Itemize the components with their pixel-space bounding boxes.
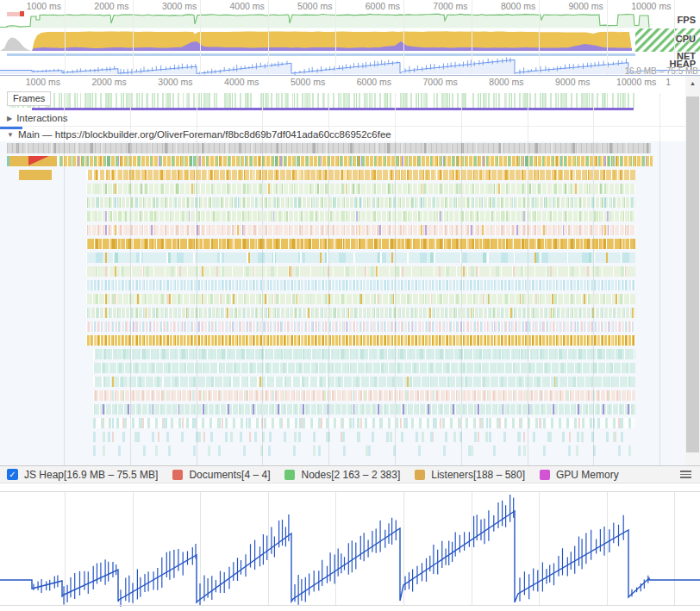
- gridline: [335, 0, 336, 75]
- main-activity-bar: [32, 108, 634, 110]
- overview-ruler: 1000 ms2000 ms3000 ms4000 ms5000 ms6000 …: [0, 0, 700, 11]
- flame-row-segment[interactable]: [93, 446, 635, 456]
- ruler-label: 8000 ms: [460, 77, 524, 87]
- gridline: [64, 141, 65, 465]
- ruler-label: 2000 ms: [66, 1, 129, 11]
- flame-row-segment[interactable]: [86, 335, 635, 346]
- gridline: [262, 141, 263, 465]
- legend-label: Documents[4 – 4]: [189, 469, 270, 481]
- main-track-header[interactable]: ▼Main — https://blockbuilder.org/OliverF…: [0, 129, 685, 141]
- gridline: [593, 93, 594, 141]
- flame-row-segment[interactable]: [93, 363, 635, 373]
- gridline: [593, 141, 594, 465]
- heap-range-text: 16.9 MB – 75.5 MB: [624, 66, 698, 76]
- legend-item-documents[interactable]: Documents[4 – 4]: [172, 469, 270, 481]
- flame-row-segment[interactable]: [59, 156, 653, 166]
- legend-label: GPU Memory: [556, 469, 619, 481]
- flame-row-segment[interactable]: [86, 211, 635, 221]
- flame-row-segment[interactable]: [86, 321, 635, 332]
- color-swatch-icon[interactable]: [172, 470, 183, 480]
- flame-row-segment[interactable]: [93, 418, 635, 428]
- flame-row-segment[interactable]: [93, 432, 635, 442]
- color-swatch-icon[interactable]: [415, 470, 425, 480]
- legend-item-listeners[interactable]: Listeners[188 – 580]: [415, 469, 525, 481]
- ruler-label: 2000 ms: [63, 77, 127, 87]
- ruler-label: 4000 ms: [195, 77, 259, 87]
- frames-track-label[interactable]: Frames: [7, 91, 51, 106]
- gridline: [528, 93, 528, 141]
- ruler-label-clipped: 1: [603, 77, 671, 87]
- flame-row-segment[interactable]: [86, 225, 635, 235]
- js-heap-memory-chart[interactable]: [0, 491, 700, 607]
- gridline: [528, 141, 528, 465]
- ruler-label: 7000 ms: [404, 1, 468, 11]
- cpu-label: CPU: [676, 34, 696, 44]
- flame-row-segment[interactable]: [93, 390, 635, 401]
- ruler-label: 9000 ms: [526, 77, 590, 87]
- gridline: [395, 93, 396, 141]
- ruler-label: 1000 ms: [0, 1, 61, 11]
- flame-row-segment[interactable]: [86, 239, 635, 249]
- legend-item-gpu-memory[interactable]: GPU Memory: [540, 469, 619, 481]
- performance-panel: 1000 ms2000 ms3000 ms4000 ms5000 ms6000 …: [0, 0, 700, 611]
- legend-label: JS Heap[16.9 MB – 75.5 MB]: [24, 469, 158, 481]
- flame-row-segment[interactable]: [93, 404, 635, 415]
- gridline: [395, 141, 396, 465]
- ruler-label: 6000 ms: [336, 1, 400, 11]
- net-activity-bar: [7, 53, 635, 56]
- legend-item-nodes[interactable]: Nodes[2 163 – 2 383]: [284, 469, 400, 481]
- collapse-triangle-icon[interactable]: ▼: [7, 131, 14, 139]
- legend-label: Nodes[2 163 – 2 383]: [301, 469, 400, 481]
- flame-row-segment[interactable]: [86, 308, 635, 318]
- flame-row-segment[interactable]: [86, 197, 635, 208]
- frames-track[interactable]: [7, 93, 635, 108]
- checked-checkbox-icon[interactable]: ✓: [7, 469, 18, 480]
- flame-row-segment[interactable]: [86, 170, 635, 180]
- main-flame-chart[interactable]: [0, 141, 700, 465]
- color-swatch-icon[interactable]: [284, 470, 295, 480]
- ruler-label: 5000 ms: [261, 77, 325, 87]
- gridline: [659, 93, 660, 141]
- memory-sawtooth-chart: [0, 492, 700, 607]
- flame-row-segment[interactable]: [86, 280, 635, 290]
- gridline: [200, 0, 201, 75]
- scrollbar-up-button[interactable]: ▲: [685, 76, 700, 90]
- interactions-track-label: Interactions: [16, 113, 67, 123]
- flame-row-segment[interactable]: [93, 349, 635, 359]
- memory-chart-baseline: [0, 605, 700, 606]
- overflow-menu-icon[interactable]: [678, 469, 693, 480]
- memory-counters-legend: ✓JS Heap[16.9 MB – 75.5 MB]Documents[4 –…: [0, 465, 700, 483]
- color-swatch-icon[interactable]: [540, 470, 550, 480]
- fps-chart: [0, 11, 700, 28]
- gridline: [133, 0, 134, 75]
- interactions-track-header[interactable]: ▶Interactions: [0, 111, 685, 127]
- ruler-label: 1000 ms: [0, 77, 60, 87]
- cpu-chart: [0, 28, 700, 52]
- flame-row-segment[interactable]: [93, 377, 635, 387]
- cpu-overview-track[interactable]: [0, 28, 700, 52]
- gridline: [659, 141, 660, 465]
- gridline: [607, 0, 608, 75]
- flame-row-segment[interactable]: [86, 294, 635, 304]
- ruler-label: 3000 ms: [133, 1, 197, 11]
- expand-triangle-icon[interactable]: ▶: [7, 115, 12, 122]
- ruler-label: 3000 ms: [129, 77, 193, 87]
- ruler-label: 9000 ms: [540, 1, 603, 11]
- main-track-label: Main — https://blockbuilder.org/OliverFo…: [18, 129, 391, 140]
- ruler-label: 4000 ms: [201, 1, 265, 11]
- legend-item-js-heap[interactable]: ✓JS Heap[16.9 MB – 75.5 MB]: [7, 469, 158, 481]
- scrollbar-thumb[interactable]: [686, 97, 699, 452]
- gridline: [130, 141, 131, 465]
- gridline: [461, 141, 462, 465]
- flame-row-segment[interactable]: [86, 266, 635, 277]
- ruler-label: 7000 ms: [394, 77, 458, 87]
- flame-row-segment[interactable]: [86, 184, 635, 194]
- ruler-label: 8000 ms: [472, 1, 535, 11]
- net-heap-overview-track[interactable]: [0, 52, 700, 76]
- flame-row-segment[interactable]: [19, 170, 52, 180]
- fps-overview-track[interactable]: [0, 11, 700, 28]
- gridline: [461, 93, 462, 141]
- long-task-marker-icon: [28, 156, 49, 165]
- flame-row-segment[interactable]: [86, 253, 635, 263]
- fps-label: FPS: [678, 15, 696, 25]
